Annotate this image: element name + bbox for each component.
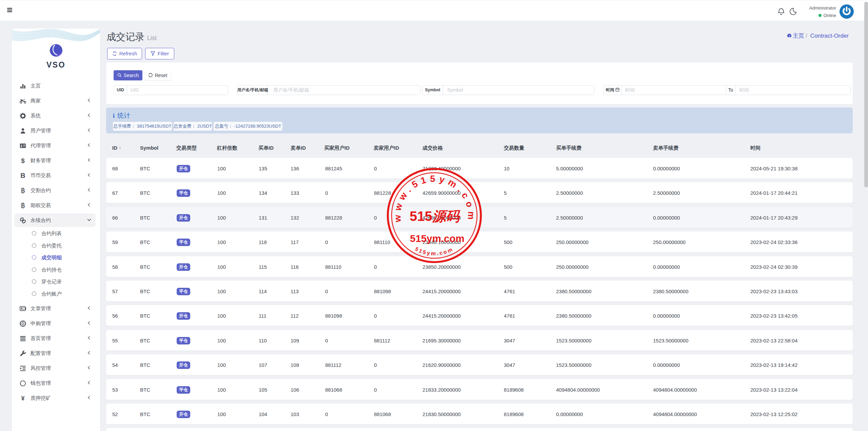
svg-text:515ym.com: 515ym.com xyxy=(414,246,454,256)
svg-text:515ym.com: 515ym.com xyxy=(410,233,465,244)
svg-text:B: B xyxy=(21,202,25,209)
svg-text:¥: ¥ xyxy=(21,395,25,401)
svg-text:515源码: 515源码 xyxy=(410,209,461,224)
svg-text:B: B xyxy=(21,187,25,194)
svg-text:B: B xyxy=(20,172,25,179)
svg-text:$: $ xyxy=(21,157,25,164)
